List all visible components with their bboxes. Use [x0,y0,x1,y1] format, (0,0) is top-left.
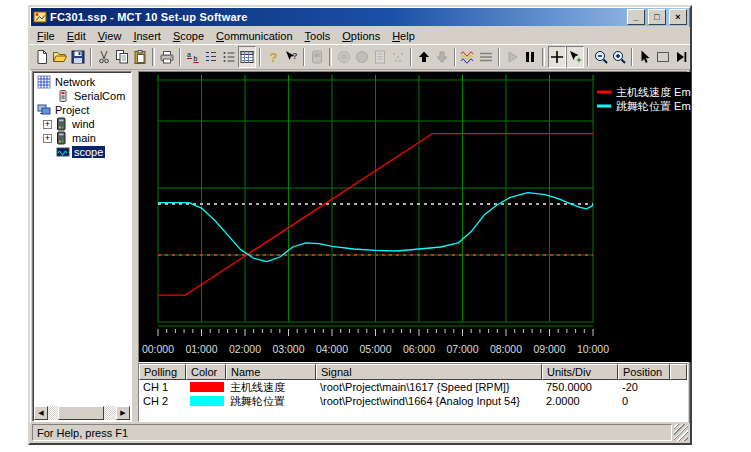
x-axis-label: 06:000 [403,343,435,355]
close-button[interactable]: × [669,9,687,25]
zoom-out-button[interactable] [592,46,610,68]
write-drive-icon [372,49,388,65]
zoom-select-icon [567,49,583,65]
menu-view[interactable]: View [92,29,128,43]
drive-icon [54,131,68,145]
tree-item-label: scope [72,146,105,158]
grid-view-icon [239,49,255,65]
x-axis-label: 10:000 [577,343,609,355]
tree-item-serialcom[interactable]: SerialCom [35,89,129,103]
tree-item-label: Project [53,104,91,116]
paste-button[interactable] [131,46,149,68]
toolbar: ab?? [30,44,690,70]
channel-row-ch1[interactable]: CH 1主机线速度\root\Project\main\1617 {Speed … [139,380,687,394]
run-to-end-button[interactable] [672,46,690,68]
toolbar-separator [90,48,92,66]
scope-canvas[interactable]: 00:00001:00002:00003:00004:00005:00006:0… [139,72,691,362]
help-button[interactable]: ? [264,46,282,68]
pointer-button[interactable] [636,46,654,68]
svg-text:?: ? [270,50,278,65]
toolbar-separator [498,48,500,66]
menu-file[interactable]: File [31,29,61,43]
channel-table: PollingColorNameSignalUnits/DivPosition … [138,363,688,422]
tree-item-label: main [70,132,98,144]
cut-button[interactable] [95,46,113,68]
pointer-icon [637,49,653,65]
open-file-button[interactable] [51,46,69,68]
rect-zoom-button[interactable] [654,46,672,68]
column-header-color[interactable]: Color [186,364,226,380]
expand-toggle-main[interactable]: + [43,134,52,143]
scope-lines-button[interactable] [477,46,495,68]
maximize-button[interactable]: □ [648,9,666,25]
crosshair-button[interactable] [548,46,566,68]
main-content: NetworkSerialComProject+wind+mainscope ◀… [30,70,690,423]
context-help-button[interactable]: ? [282,46,300,68]
expand-toggle-wind[interactable]: + [43,120,52,129]
menu-edit[interactable]: Edit [61,29,92,43]
sort-list-button[interactable] [202,46,220,68]
grid-view-button[interactable] [238,46,256,68]
tree-item-main[interactable]: +main [35,131,129,145]
new-file-button[interactable] [33,46,51,68]
scroll-left-button[interactable]: ◀ [34,406,48,420]
zoom-in-icon [611,49,627,65]
cell [186,396,226,406]
context-help-icon: ? [283,49,299,65]
zoom-select-button[interactable] [566,46,584,68]
column-header-polling[interactable]: Polling [139,364,186,380]
menu-tools[interactable]: Tools [299,29,337,43]
tree-item-network[interactable]: Network [35,75,129,89]
parameter-ab-button[interactable]: ab [184,46,202,68]
sort-list-icon [203,49,219,65]
project-tree: NetworkSerialComProject+wind+mainscope [35,75,129,406]
cell: 0 [618,395,670,407]
zoom-in-button[interactable] [610,46,628,68]
column-header-signal[interactable]: Signal [316,364,542,380]
print-button[interactable] [158,46,176,68]
column-header-name[interactable]: Name [226,364,316,380]
play-button [503,46,521,68]
tree-horizontal-scrollbar[interactable]: ◀ ▶ [34,406,130,420]
move-up-button[interactable] [415,46,433,68]
x-axis-label: 08:000 [490,343,522,355]
toolbar-separator [587,48,589,66]
toolbar-separator [410,48,412,66]
column-header-position[interactable]: Position [618,364,670,380]
copy-button[interactable] [113,46,131,68]
svg-text:a: a [187,51,191,58]
status-message: For Help, press F1 [32,424,672,441]
scrollbar-thumb[interactable] [58,406,104,420]
legend-label: 跳舞轮位置 Empty [616,100,691,112]
menu-options[interactable]: Options [336,29,386,43]
detail-list-button[interactable] [220,46,238,68]
network-icon [37,75,51,89]
resize-grip[interactable] [674,424,688,441]
channel-row-ch2[interactable]: CH 2跳舞轮位置\root\Project\wind\1664 {Analog… [139,394,687,408]
menu-insert[interactable]: Insert [127,29,167,43]
column-header-units-div[interactable]: Units/Div [542,364,618,380]
crosshair-icon [549,49,565,65]
scrollbar-track[interactable] [48,406,116,420]
x-axis-label: 01:000 [185,343,217,355]
menu-help[interactable]: Help [386,29,421,43]
tree-item-project[interactable]: Project [35,103,129,117]
scope-waves-button[interactable] [459,46,477,68]
scroll-right-button[interactable]: ▶ [116,406,130,420]
new-file-icon [34,49,50,65]
pause-button[interactable] [521,46,539,68]
stop-drive-button [335,46,353,68]
channel-table-body: CH 1主机线速度\root\Project\main\1617 {Speed … [139,380,687,408]
tree-item-scope[interactable]: scope [35,145,129,159]
scope-plot-area[interactable]: 00:00001:00002:00003:00004:00005:00006:0… [138,71,688,363]
menu-scope[interactable]: Scope [167,29,210,43]
x-axis-label: 03:000 [272,343,304,355]
legend-label: 主机线速度 Empty [616,86,691,98]
save-file-button[interactable] [69,46,87,68]
cell: 主机线速度 [226,380,316,395]
minimize-button[interactable]: _ [627,9,645,25]
help-icon: ? [265,49,281,65]
menu-communication[interactable]: Communication [210,29,298,43]
tree-item-wind[interactable]: +wind [35,117,129,131]
start-drive-button [353,46,371,68]
